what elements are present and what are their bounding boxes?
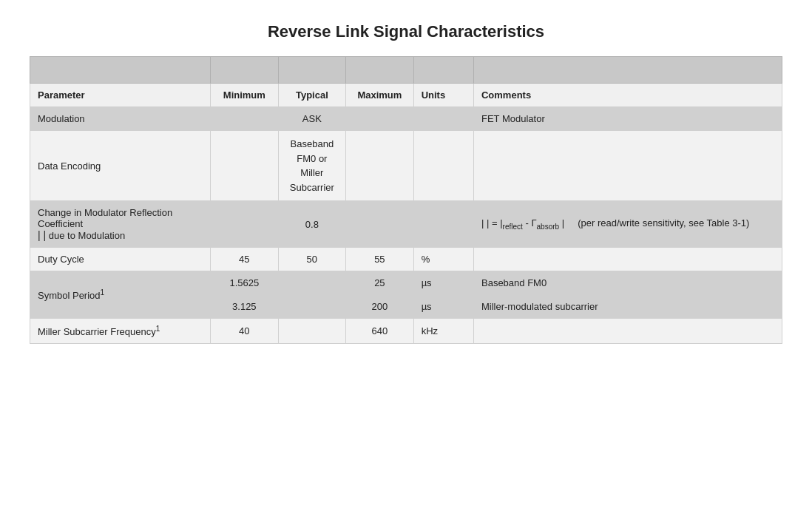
cell-reflect-min xyxy=(211,201,279,248)
cell-reflect-max xyxy=(346,201,414,248)
cell-duty-min: 45 xyxy=(211,248,279,271)
header-top-min xyxy=(211,57,279,84)
cell-reflect-units xyxy=(413,201,473,248)
reflection-pipes: | | xyxy=(38,229,46,241)
miller-freq-sup: 1 xyxy=(156,325,160,333)
page-title: Reverse Link Signal Characteristics xyxy=(268,22,544,41)
table-row: Modulation ASK FET Modulator xyxy=(30,107,782,131)
formula-pipe3: | xyxy=(562,217,564,229)
cell-symbol-max2: 200 xyxy=(346,295,414,319)
cell-miller-units: kHz xyxy=(413,319,473,344)
col-header-minimum: Minimum xyxy=(211,84,279,107)
reflection-label: Change in Modulator Reflection Coefficie… xyxy=(38,207,172,229)
header-top-max xyxy=(346,57,414,84)
cell-miller-comments xyxy=(473,319,782,344)
cell-encoding-typ: Baseband FM0 or Miller Subcarrier xyxy=(278,131,346,201)
cell-symbol-comments2: Miller-modulated subcarrier xyxy=(473,295,782,319)
table-header-labels: Parameter Minimum Typical Maximum Units … xyxy=(30,84,782,107)
signal-characteristics-table: Parameter Minimum Typical Maximum Units … xyxy=(30,56,782,344)
col-header-parameter: Parameter xyxy=(30,84,211,107)
cell-encoding-comments xyxy=(473,131,782,201)
cell-symbol-max1: 25 xyxy=(346,271,414,295)
cell-miller-typ xyxy=(278,319,346,344)
formula-minus: - Γabsorb xyxy=(525,217,559,229)
param-duty-cycle: Duty Cycle xyxy=(30,248,211,271)
col-header-maximum: Maximum xyxy=(346,84,414,107)
reflection-label2: due to Modulation xyxy=(49,230,125,241)
cell-modulation-typ: ASK xyxy=(278,107,346,131)
miller-freq-label: Miller Subcarrier Frequency xyxy=(38,326,156,337)
param-miller-freq: Miller Subcarrier Frequency1 xyxy=(30,319,211,344)
cell-encoding-units xyxy=(413,131,473,201)
cell-duty-comments xyxy=(473,248,782,271)
cell-miller-min: 40 xyxy=(211,319,279,344)
table-row: Symbol Period1 1.5625 25 µs Baseband FM0 xyxy=(30,271,782,295)
symbol-period-sup: 1 xyxy=(101,288,105,297)
cell-duty-units: % xyxy=(413,248,473,271)
cell-miller-max: 640 xyxy=(346,319,414,344)
formula-pipe2: |reflect xyxy=(500,217,523,229)
param-reflection-coefficient: Change in Modulator Reflection Coefficie… xyxy=(30,201,211,248)
cell-symbol-min1: 1.5625 xyxy=(211,271,279,295)
col-header-units: Units xyxy=(413,84,473,107)
header-top-typ xyxy=(278,57,346,84)
param-modulation: Modulation xyxy=(30,107,211,131)
param-data-encoding: Data Encoding xyxy=(30,131,211,201)
col-header-comments: Comments xyxy=(473,84,782,107)
cell-duty-max: 55 xyxy=(346,248,414,271)
cell-reflect-typ: 0.8 xyxy=(278,201,346,248)
cell-symbol-typ2 xyxy=(278,295,346,319)
cell-modulation-comments: FET Modulator xyxy=(473,107,782,131)
cell-symbol-typ1 xyxy=(278,271,346,295)
cell-symbol-min2: 3.125 xyxy=(211,295,279,319)
cell-symbol-units2: µs xyxy=(413,295,473,319)
table-row: Change in Modulator Reflection Coefficie… xyxy=(30,201,782,248)
table-row: Duty Cycle 45 50 55 % xyxy=(30,248,782,271)
cell-duty-typ: 50 xyxy=(278,248,346,271)
formula-display: | | = |reflect - Γabsorb | (per read/wri… xyxy=(481,217,749,229)
table-header-top xyxy=(30,57,782,84)
cell-symbol-comments1: Baseband FM0 xyxy=(473,271,782,295)
cell-modulation-units xyxy=(413,107,473,131)
formula-equals: = xyxy=(492,217,500,229)
cell-encoding-min xyxy=(211,131,279,201)
header-top-param xyxy=(30,57,211,84)
table-row: Miller Subcarrier Frequency1 40 640 kHz xyxy=(30,319,782,344)
header-top-units xyxy=(413,57,473,84)
cell-symbol-units1: µs xyxy=(413,271,473,295)
symbol-period-label: Symbol Period xyxy=(38,290,101,301)
col-header-typical: Typical xyxy=(278,84,346,107)
header-top-comments xyxy=(473,57,782,84)
formula-note: (per read/write sensitivity, see Table 3… xyxy=(567,217,750,229)
cell-modulation-min xyxy=(211,107,279,131)
cell-modulation-max xyxy=(346,107,414,131)
cell-reflect-comments: | | = |reflect - Γabsorb | (per read/wri… xyxy=(473,201,782,248)
table-row: Data Encoding Baseband FM0 or Miller Sub… xyxy=(30,131,782,201)
cell-encoding-max xyxy=(346,131,414,201)
formula-pipe1: | | xyxy=(481,217,489,229)
param-symbol-period: Symbol Period1 xyxy=(30,271,211,319)
